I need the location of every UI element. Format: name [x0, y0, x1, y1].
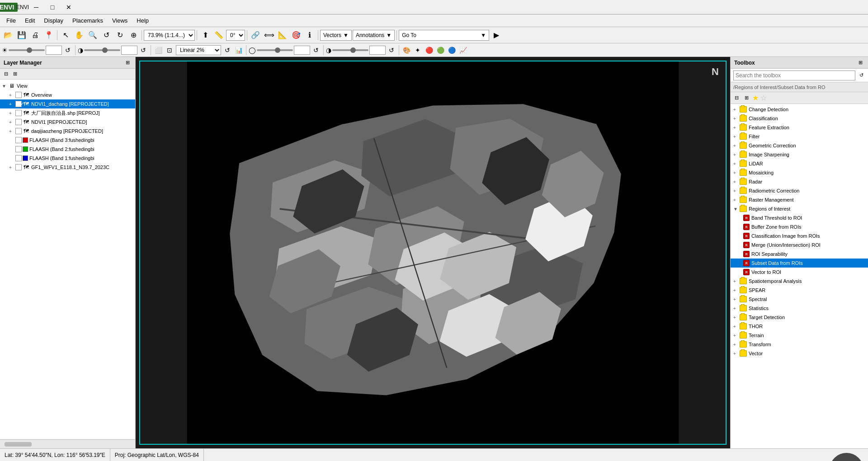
color-balance-btn[interactable]: 🎨	[401, 45, 411, 55]
stretch-type-dropdown[interactable]: Linear 2%	[176, 45, 221, 55]
toolbox-item-vector[interactable]: + Vector	[731, 349, 868, 358]
stretch-options-button[interactable]: ⬜	[153, 45, 163, 55]
tree-item-flaash2[interactable]: FLAASH (Band 2:fushedingbi	[0, 145, 135, 154]
stretch-refresh-button[interactable]: ↺	[222, 45, 232, 55]
gamma-slider[interactable]	[332, 49, 368, 51]
cursor-tool[interactable]: ↖	[59, 29, 72, 41]
stretch-apply-button[interactable]: ⊡	[165, 45, 175, 55]
goto-dropdown[interactable]: Go To ▼	[399, 30, 489, 41]
tree-item-flaash1[interactable]: FLAASH (Band 1:fushedingbi	[0, 154, 135, 163]
toolbox-item-target-detection[interactable]: + Target Detection	[731, 313, 868, 322]
sharpen-btn[interactable]: ✦	[413, 45, 423, 55]
gamma-value[interactable]: 0	[369, 46, 386, 55]
brightness-reset[interactable]: ↺	[63, 45, 73, 55]
layer-scrollbar[interactable]	[0, 439, 135, 448]
tree-item-root[interactable]: ▼ 🖥 View	[0, 81, 135, 90]
map-viewport[interactable]: N	[136, 57, 730, 448]
maximize-button[interactable]: □	[45, 2, 60, 13]
tree-item-ndvi1[interactable]: + 🗺 NDVI1 [REPROJECTED]	[0, 118, 135, 127]
checkbox-ndvi1-dachang[interactable]: ✓	[15, 101, 22, 107]
toolbox-item-vector-to-roi[interactable]: R Vector to ROI	[731, 268, 868, 277]
menu-edit[interactable]: Edit	[20, 15, 39, 26]
toolbox-item-spatiotemporal[interactable]: + Spatiotemporal Analysis	[731, 277, 868, 286]
toolbox-item-classification-image[interactable]: R Classification Image from ROIs	[731, 231, 868, 240]
tree-item-ndvi1-dachang[interactable]: + ✓ 🗺 NDVI1_dachang [REPROJECTED]	[0, 99, 135, 108]
toolbox-item-regions-of-interest[interactable]: ▼ Regions of Interest	[731, 204, 868, 213]
toolbox-item-image-sharpening[interactable]: + Image Sharpening	[731, 150, 868, 159]
contrast-slider[interactable]	[84, 49, 120, 51]
toolbox-item-radiometric-correction[interactable]: + Radiometric Correction	[731, 186, 868, 195]
north-arrow-button[interactable]: ⬆	[199, 29, 212, 41]
toolbox-search-refresh-button[interactable]: ↺	[857, 71, 865, 80]
expand-all-button[interactable]: ⊞	[11, 70, 19, 78]
toolbox-expand-button[interactable]: ⊞	[742, 94, 750, 102]
zoom-in-button[interactable]: 🔍	[86, 29, 99, 41]
toolbox-item-feature-extraction[interactable]: + Feature Extraction	[731, 123, 868, 132]
bookmark-button[interactable]: 📍	[42, 29, 55, 41]
toolbox-item-roi-separability[interactable]: R ROI Separability	[731, 249, 868, 259]
toolbox-item-radar[interactable]: + Radar	[731, 177, 868, 186]
pixel-loc-button[interactable]: 🎯	[290, 29, 302, 41]
toolbox-star-empty[interactable]: ☆	[760, 94, 767, 102]
gamma-reset[interactable]: ↺	[387, 45, 396, 55]
sync-button[interactable]: ⟺	[263, 29, 275, 41]
measure-button[interactable]: 📐	[276, 29, 289, 41]
close-button[interactable]: ✕	[61, 2, 76, 13]
menu-views[interactable]: Views	[108, 15, 132, 26]
toolbox-item-band-threshold[interactable]: R Band Threshold to ROI	[731, 213, 868, 222]
toolbox-item-spear[interactable]: + SPEAR	[731, 286, 868, 295]
link-views-button[interactable]: 🔗	[249, 29, 262, 41]
checkbox-flaash2[interactable]	[15, 146, 22, 152]
brightness-value[interactable]: 50	[46, 46, 62, 55]
rotate-right-button[interactable]: ↻	[113, 29, 126, 41]
menu-help[interactable]: Help	[132, 15, 153, 26]
toolbox-item-merge-roi[interactable]: R Merge (Union/Intersection) ROI	[731, 240, 868, 249]
overview-button[interactable]: ⊕	[127, 29, 140, 41]
annotations-dropdown[interactable]: Annotations ▼	[353, 30, 395, 41]
toolbox-item-terrain[interactable]: + Terrain	[731, 331, 868, 340]
minimize-button[interactable]: ─	[29, 2, 43, 13]
contrast-reset[interactable]: ↺	[138, 45, 148, 55]
histogram-button[interactable]: 📊	[234, 45, 244, 55]
opacity-reset[interactable]: ↺	[311, 45, 321, 55]
toolbox-collapse-button[interactable]: ⊟	[732, 94, 741, 102]
toolbox-item-spectral[interactable]: + Spectral	[731, 295, 868, 304]
pan-tool[interactable]: ✋	[73, 29, 85, 41]
toolbox-item-raster-management[interactable]: + Raster Management	[731, 195, 868, 204]
brightness-slider[interactable]	[9, 49, 45, 51]
toolbox-star-filled[interactable]: ★	[752, 94, 759, 102]
rotation-dropdown[interactable]: 0°	[226, 30, 245, 41]
checkbox-gf1[interactable]	[15, 164, 22, 170]
checkbox-daqijiaozheng[interactable]	[15, 128, 22, 134]
menu-file[interactable]: File	[2, 15, 20, 26]
checkbox-ndvi1[interactable]	[15, 119, 22, 125]
menu-display[interactable]: Display	[39, 15, 68, 26]
checkbox-flaash1[interactable]	[15, 155, 22, 161]
opacity-slider[interactable]	[257, 49, 293, 51]
scale-bar-button[interactable]: 📏	[212, 29, 225, 41]
open-file-button[interactable]: 📂	[2, 29, 14, 41]
toolbox-item-change-detection[interactable]: + Change Detection	[731, 105, 868, 114]
vectors-dropdown[interactable]: Vectors ▼	[320, 30, 352, 41]
zoom-dropdown[interactable]: 73.9% (1:1.4...)	[144, 30, 195, 41]
toolbox-item-filter[interactable]: + Filter	[731, 132, 868, 141]
toolbox-item-classification[interactable]: + Classification	[731, 114, 868, 123]
goto-execute-button[interactable]: ▶	[490, 29, 503, 41]
tree-item-daqiyizu[interactable]: + 🗺 大厂回族自治县.shp [REPROJ]	[0, 108, 135, 118]
toolbox-item-thor[interactable]: + THOR	[731, 322, 868, 331]
toolbox-dock-button[interactable]: ⊞	[856, 59, 864, 67]
print-button[interactable]: 🖨	[29, 29, 42, 41]
color-ir-btn[interactable]: 🔴	[424, 45, 434, 55]
info-button[interactable]: ℹ	[303, 29, 316, 41]
checkbox-flaash3[interactable]	[15, 137, 22, 143]
opacity-value[interactable]: 10	[294, 46, 310, 55]
rotate-left-button[interactable]: ↺	[100, 29, 113, 41]
layer-manager-dock-button[interactable]: ⊞	[123, 59, 132, 67]
false-color-btn[interactable]: 🔵	[447, 45, 457, 55]
collapse-all-button[interactable]: ⊟	[2, 70, 10, 78]
save-button[interactable]: 💾	[15, 29, 28, 41]
toolbox-item-buffer-zone[interactable]: R Buffer Zone from ROIs	[731, 222, 868, 231]
true-color-btn[interactable]: 🟢	[435, 45, 445, 55]
tree-item-flaash3[interactable]: FLAASH (Band 3:fushedingbi	[0, 136, 135, 145]
toolbox-item-subset-data[interactable]: R Subset Data from ROIs	[731, 259, 868, 268]
